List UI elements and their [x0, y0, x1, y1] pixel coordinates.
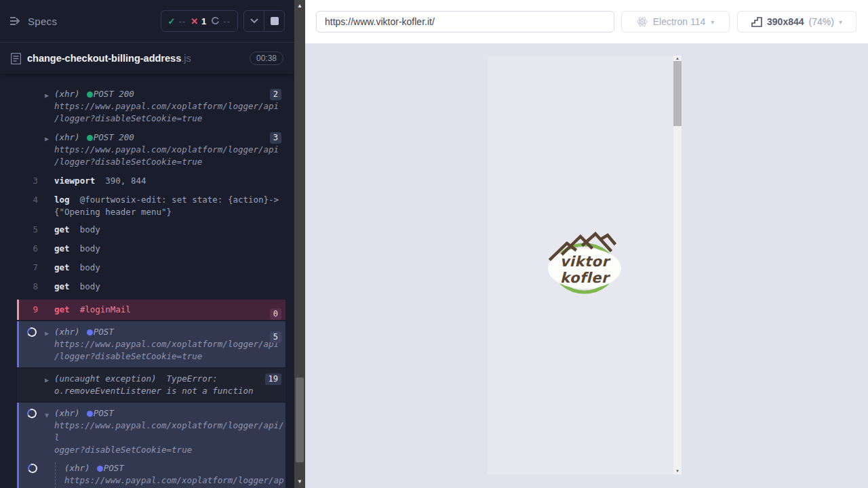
ruler-icon — [751, 17, 762, 27]
reporter-header: Specs ✓ -- ✕ 1 -- — [0, 0, 294, 43]
command-row[interactable]: 3 viewport 390, 844 — [19, 175, 285, 187]
count-badge: 19 — [265, 373, 281, 385]
chevron-down-icon: ▾ — [839, 18, 842, 26]
aut-iframe[interactable]: viktor kofler ▲ ▼ — [488, 56, 682, 474]
aut-scrollbar[interactable]: ▲ ▼ — [673, 56, 682, 474]
count-badge: 2 — [270, 89, 281, 100]
chevron-right-icon: ▶ — [45, 133, 49, 145]
pending-spinner-icon — [26, 462, 39, 474]
command-name: get — [54, 281, 70, 291]
test-stats: ✓ -- ✕ 1 -- — [161, 10, 238, 32]
logo-text-line2: kofler — [560, 270, 611, 286]
scroll-down-icon[interactable]: ▼ — [294, 477, 305, 487]
aut-panel: Electron 114 ▾ 390x844 (74%) ▾ — [305, 0, 868, 488]
count-badge: 0 — [270, 308, 281, 320]
child-xhr-row[interactable]: (xhr)POST https://www.paypal.com/xoplatf… — [56, 462, 285, 488]
aut-stage: viktor kofler ▲ ▼ — [305, 43, 868, 488]
pending-spinner-icon — [26, 407, 38, 420]
command-row[interactable]: 6 get body — [19, 243, 285, 255]
url-input[interactable] — [316, 11, 614, 33]
passed-icon: ✓ — [168, 16, 176, 26]
command-name: get — [54, 243, 70, 253]
command-message: 390, 844 — [105, 176, 146, 186]
count-badge: 3 — [270, 132, 281, 144]
status-dot-pending — [97, 466, 103, 472]
spec-file-row[interactable]: change-checkout-billing-address.js 00:38 — [0, 43, 294, 74]
stat-failed: ✕ 1 — [191, 16, 206, 26]
xhr-command-row[interactable]: ▶ (xhr)POST 200 https://www.paypal.com/x… — [19, 88, 285, 125]
scrollbar-thumb[interactable] — [673, 61, 682, 126]
status-dot-success — [87, 92, 93, 98]
viktor-kofler-logo: viktor kofler — [542, 229, 627, 300]
request-url: https://www.paypal.com/xoplatform/logger… — [64, 474, 285, 488]
running-icon — [211, 17, 220, 26]
command-row[interactable]: 7 get body — [19, 262, 285, 274]
specs-list-icon — [9, 16, 21, 26]
command-number: 7 — [19, 262, 38, 274]
chevron-right-icon: ▶ — [45, 374, 49, 386]
command-message: body — [80, 243, 100, 253]
failed-icon: ✕ — [191, 16, 198, 26]
stop-icon — [271, 17, 279, 25]
chevron-down-icon: ▼ — [45, 409, 49, 422]
command-number: 4 — [19, 194, 38, 206]
selected-xhr-group[interactable]: ▼ (xhr)POST https://www.paypal.com/xopla… — [17, 403, 285, 488]
chevron-right-icon: ▶ — [45, 89, 49, 102]
run-controls — [243, 10, 285, 32]
spec-duration-badge: 00:38 — [250, 52, 283, 65]
reporter-scrollbar[interactable]: ▲ ▼ — [294, 0, 305, 488]
failed-command-row[interactable]: 9 get #loginMail 0 — [17, 300, 285, 320]
browser-select[interactable]: Electron 114 ▾ — [621, 11, 730, 33]
viewport-dimensions: 390x844 — [767, 16, 804, 27]
command-name: get — [54, 224, 70, 235]
command-message: body — [80, 281, 100, 291]
uncaught-exception-row[interactable]: ▶ (uncaught exception) TypeError: o.remo… — [17, 369, 285, 401]
stop-button[interactable] — [264, 11, 284, 31]
command-message: body — [80, 224, 100, 235]
scrollbar-thumb[interactable] — [296, 378, 304, 462]
chevron-down-icon: ▾ — [711, 18, 714, 26]
request-url: https://www.paypal.com/xoplatform/logger… — [54, 338, 285, 363]
scroll-down-icon[interactable]: ▼ — [673, 468, 682, 474]
command-number: 6 — [19, 243, 38, 255]
specs-toggle[interactable]: Specs — [9, 16, 57, 27]
stat-passed: ✓ -- — [168, 16, 186, 26]
command-message: @fourtwosix-edit: set state: {action}->{… — [54, 195, 279, 217]
stat-pending: -- — [211, 16, 231, 26]
xhr-children: (xhr)POST https://www.paypal.com/xoplatf… — [55, 462, 285, 488]
viewport-zoom: (74%) — [809, 16, 834, 27]
chevron-down-icon — [250, 18, 258, 24]
count-badge: 5 — [270, 331, 281, 343]
selected-xhr-row[interactable]: ▶ (xhr)POST https://www.paypal.com/xopla… — [17, 321, 285, 367]
command-row[interactable]: 4 log @fourtwosix-edit: set state: {acti… — [19, 194, 285, 218]
aut-header: Electron 114 ▾ 390x844 (74%) ▾ — [305, 0, 868, 43]
command-message: #loginMail — [80, 304, 131, 314]
command-number: 8 — [19, 281, 38, 293]
collapse-all-button[interactable] — [244, 11, 264, 31]
status-dot-pending — [87, 411, 93, 417]
cypress-test-runner: Specs ✓ -- ✕ 1 -- — [0, 0, 868, 488]
chevron-right-icon: ▶ — [45, 327, 49, 340]
scroll-up-icon[interactable]: ▲ — [294, 1, 305, 11]
browser-name: Electron 114 — [653, 16, 706, 27]
status-dot-pending — [87, 329, 93, 336]
command-log: ▶ (xhr)POST 200 https://www.paypal.com/x… — [19, 74, 285, 488]
request-url: https://www.paypal.com/xoplatform/logger… — [54, 420, 285, 456]
viewport-size-select[interactable]: 390x844 (74%) ▾ — [737, 11, 856, 33]
command-number: 5 — [19, 224, 38, 236]
command-row[interactable]: 8 get body — [19, 281, 285, 293]
specs-title: Specs — [28, 16, 57, 27]
command-row[interactable]: 5 get body — [19, 224, 285, 236]
spec-file-ext: .js — [181, 53, 191, 64]
logo-text-line1: viktor — [560, 253, 612, 270]
request-url: https://www.paypal.com/xoplatform/logger… — [54, 100, 285, 125]
command-number: 9 — [19, 304, 38, 316]
request-url: https://www.paypal.com/xoplatform/logger… — [54, 144, 285, 168]
command-name: viewport — [54, 176, 95, 186]
xhr-command-row[interactable]: ▶ (xhr)POST 200 https://www.paypal.com/x… — [19, 131, 285, 168]
command-name: log — [54, 195, 70, 205]
command-name: get — [54, 262, 70, 272]
spec-file-name: change-checkout-billing-address.js — [27, 53, 191, 64]
spec-file-icon — [11, 53, 21, 64]
electron-icon — [637, 16, 648, 27]
